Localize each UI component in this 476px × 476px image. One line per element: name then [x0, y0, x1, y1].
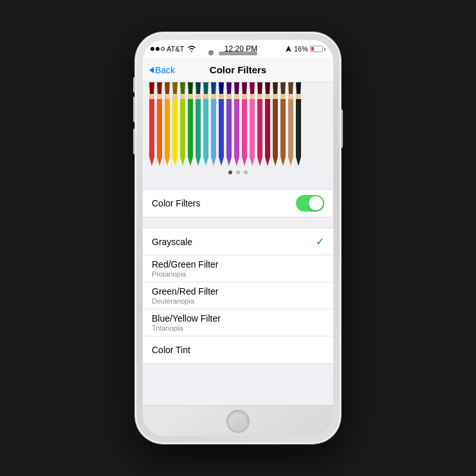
svg-marker-55 [250, 82, 255, 94]
red-green-sublabel: Protanopia [152, 270, 324, 278]
svg-marker-71 [280, 82, 286, 94]
svg-rect-8 [157, 94, 162, 99]
svg-rect-9 [157, 99, 162, 157]
grayscale-label: Grayscale [152, 237, 316, 247]
svg-rect-69 [273, 99, 278, 157]
green-red-sublabel: Deuteranopia [152, 297, 324, 305]
svg-marker-39 [219, 82, 224, 94]
filter-options-section: Grayscale ✓ Red/Green Filter Protanopia … [143, 228, 333, 364]
pagination-dots [143, 166, 333, 179]
filter-row-color-tint[interactable]: Color Tint [143, 336, 333, 363]
svg-rect-65 [265, 99, 270, 157]
svg-rect-68 [273, 94, 278, 99]
home-button[interactable] [226, 410, 250, 433]
page-dot-1 [228, 170, 232, 174]
battery-percent: 16% [294, 45, 308, 53]
svg-rect-29 [196, 99, 201, 157]
chevron-left-icon [149, 67, 154, 73]
signal-dot-2 [156, 47, 160, 51]
svg-rect-73 [280, 99, 286, 157]
svg-rect-40 [219, 94, 224, 99]
svg-rect-5 [149, 99, 154, 157]
filter-row-grayscale[interactable]: Grayscale ✓ [143, 228, 333, 255]
svg-rect-80 [296, 94, 301, 99]
filter-row-blue-yellow[interactable]: Blue/Yellow Filter Tritanopia [143, 309, 333, 336]
status-left: AT&T [151, 45, 196, 53]
svg-rect-44 [226, 94, 232, 99]
earpiece [219, 51, 257, 55]
svg-rect-77 [288, 99, 293, 157]
navigation-bar: Back Color Filters [143, 58, 333, 82]
svg-marker-7 [157, 82, 162, 94]
svg-rect-4 [149, 94, 154, 99]
power-button[interactable] [341, 109, 343, 148]
svg-rect-25 [188, 99, 193, 157]
svg-rect-24 [188, 94, 193, 99]
page-dot-3 [244, 170, 248, 174]
blue-yellow-sublabel: Tritanopia [152, 324, 324, 332]
svg-marker-0 [286, 46, 291, 52]
svg-marker-51 [242, 82, 247, 94]
svg-rect-20 [180, 94, 185, 99]
svg-marker-75 [288, 82, 293, 94]
filter-row-green-red[interactable]: Green/Red Filter Deuteranopia [143, 282, 333, 309]
svg-marker-23 [188, 82, 193, 94]
volume-up-button[interactable] [133, 96, 135, 122]
svg-rect-41 [219, 99, 224, 157]
svg-marker-59 [257, 82, 262, 94]
home-button-area [143, 405, 333, 436]
svg-marker-63 [265, 82, 270, 94]
svg-rect-32 [203, 94, 208, 99]
phone-screen: AT&T 12:20 PM 16% [143, 40, 333, 436]
pencils-svg [143, 82, 333, 166]
back-button[interactable]: Back [149, 65, 175, 75]
svg-marker-67 [273, 82, 278, 94]
color-tint-label: Color Tint [152, 345, 324, 355]
page-dot-2 [236, 170, 240, 174]
content-area: Color Filters [143, 82, 333, 405]
mute-button[interactable] [133, 77, 135, 93]
green-red-label: Green/Red Filter [152, 286, 324, 297]
signal-dot-3 [161, 47, 165, 51]
svg-rect-48 [234, 94, 239, 99]
page-title: Color Filters [210, 64, 266, 75]
red-green-label: Red/Green Filter [152, 259, 324, 270]
svg-rect-76 [288, 94, 293, 99]
svg-rect-37 [211, 99, 216, 157]
signal-dot-1 [151, 47, 154, 51]
color-filters-label: Color Filters [152, 198, 296, 208]
svg-marker-47 [234, 82, 239, 94]
svg-marker-11 [165, 82, 170, 94]
color-filters-toggle[interactable] [296, 195, 324, 212]
signal-icon [151, 47, 165, 51]
svg-marker-27 [196, 82, 201, 94]
wifi-icon [187, 46, 196, 52]
color-filters-row: Color Filters [143, 190, 333, 217]
svg-rect-56 [250, 94, 255, 99]
color-filters-section: Color Filters [143, 189, 333, 217]
section-gap-1 [143, 179, 333, 189]
svg-rect-21 [180, 99, 185, 157]
battery-icon [310, 46, 325, 52]
toggle-knob [309, 196, 323, 210]
svg-rect-61 [257, 99, 262, 157]
svg-rect-33 [203, 99, 208, 157]
status-right: 16% [286, 45, 325, 53]
volume-down-button[interactable] [133, 129, 135, 154]
filter-label-wrap-3: Blue/Yellow Filter Tritanopia [152, 313, 324, 332]
section-gap-2 [143, 217, 333, 228]
svg-rect-12 [165, 94, 170, 99]
svg-rect-49 [234, 99, 239, 157]
svg-marker-79 [296, 82, 301, 94]
svg-rect-53 [242, 99, 247, 157]
svg-rect-45 [226, 99, 232, 157]
svg-rect-16 [172, 94, 178, 99]
pencils-image [143, 82, 333, 166]
svg-rect-72 [280, 94, 286, 99]
filter-label-wrap: Red/Green Filter Protanopia [152, 259, 324, 278]
svg-rect-52 [242, 94, 247, 99]
checkmark-icon: ✓ [316, 235, 324, 248]
carrier-label: AT&T [167, 45, 184, 53]
filter-row-red-green[interactable]: Red/Green Filter Protanopia [143, 255, 333, 282]
svg-marker-35 [211, 82, 216, 94]
